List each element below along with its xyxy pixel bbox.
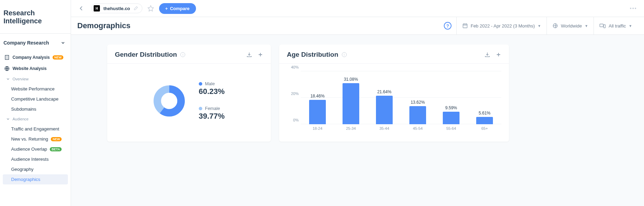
domain-selector[interactable]: H thehustle.co — [91, 3, 142, 13]
nav-label: Geography — [11, 167, 33, 172]
subgroup-overview[interactable]: Overview — [0, 74, 71, 84]
button-label: Compare — [170, 6, 189, 11]
sidebar-item-audience-overlap[interactable]: Audience OverlapBETA — [0, 144, 71, 154]
nav-label: Website Analysis — [13, 66, 47, 71]
nav-label: Traffic and Engagement — [11, 126, 59, 132]
more-menu-button[interactable]: ••• — [628, 4, 638, 13]
bar — [309, 100, 326, 124]
traffic-filter[interactable]: All traffic ▼ — [594, 17, 638, 34]
sidebar-item-audience-interests[interactable]: Audience Interests — [0, 154, 71, 164]
filter-label: All traffic — [608, 23, 626, 29]
bar-value-label: 18.46% — [311, 94, 325, 98]
topbar: H thehustle.co + Compare ••• — [71, 0, 644, 17]
bar-value-label: 5.61% — [479, 111, 490, 116]
page-header: Demographics ? Feb 2022 - Apr 2022 (3 Mo… — [71, 17, 644, 35]
x-tick: 25-34 — [340, 126, 361, 130]
region-filter[interactable]: Worldwide ▼ — [547, 17, 594, 34]
back-button[interactable] — [77, 3, 86, 13]
card-header: Gender Distribution i — [107, 45, 271, 64]
badge-new: NEW — [53, 55, 63, 60]
gender-chart: Male 60.23% Female 39.77% — [107, 64, 271, 142]
add-button[interactable] — [496, 52, 501, 57]
sidebar-item-geography[interactable]: Geography — [0, 164, 71, 174]
x-tick: 18-24 — [307, 126, 328, 130]
devices-icon — [599, 23, 606, 29]
favorite-button[interactable] — [147, 5, 154, 12]
nav-label: Company Analysis — [13, 55, 50, 60]
sidebar-item-website-analysis[interactable]: Website Analysis — [0, 63, 71, 74]
section-company-research[interactable]: Company Research — [0, 34, 71, 52]
main-area: H thehustle.co + Compare ••• Demographic… — [71, 0, 644, 206]
y-tick: 0% — [293, 118, 299, 122]
chevron-down-icon — [6, 77, 10, 81]
bar — [476, 117, 493, 124]
legend-row-male: Male 60.23% — [199, 81, 225, 96]
sidebar-item-subdomains[interactable]: Subdomains — [0, 104, 71, 114]
info-icon[interactable]: i — [180, 52, 185, 57]
age-distribution-card: Age Distribution i — [279, 45, 509, 142]
svg-rect-4 — [600, 24, 603, 27]
help-button[interactable]: ? — [444, 22, 451, 30]
card-title: Age Distribution — [287, 51, 338, 58]
nav-label: New vs. Returning — [11, 136, 48, 142]
legend-row-female: Female 39.77% — [199, 106, 225, 121]
bar-column: 13.62% — [407, 100, 428, 124]
add-button[interactable] — [258, 52, 263, 57]
x-tick: 65+ — [474, 126, 495, 130]
sidebar-item-demographics[interactable]: Demographics — [3, 174, 68, 184]
subgroup-audience[interactable]: Audience — [0, 114, 71, 124]
globe-icon — [4, 66, 10, 71]
svg-rect-2 — [463, 24, 467, 28]
nav-label: Subdomains — [11, 106, 36, 112]
badge-beta: BETA — [50, 147, 62, 151]
legend-dot — [199, 82, 202, 86]
legend-label: Male — [205, 81, 215, 86]
nav-label: Demographics — [11, 177, 40, 182]
legend-value: 39.77% — [199, 112, 225, 121]
bar-value-label: 9.59% — [445, 105, 457, 110]
edit-icon[interactable] — [134, 6, 138, 10]
filter-label: Worldwide — [561, 23, 582, 29]
download-button[interactable] — [246, 52, 252, 57]
bar-value-label: 31.08% — [344, 77, 358, 82]
sidebar-item-new-returning[interactable]: New vs. ReturningNEW — [0, 134, 71, 144]
chevron-down-icon: ▼ — [585, 24, 588, 28]
bar-column: 5.61% — [474, 111, 495, 124]
bar — [409, 106, 426, 124]
x-tick: 35-44 — [374, 126, 395, 130]
bar-column: 21.64% — [374, 89, 395, 124]
age-chart: 0% 20% 40% 18.46%31.08%21.64%13.62%9.59%… — [279, 64, 509, 130]
section-label: Company Research — [3, 40, 49, 46]
nav-label: Audience Overlap — [11, 146, 47, 152]
bar — [376, 96, 393, 124]
bar-column: 31.08% — [340, 77, 361, 124]
nav-label: Website Performance — [11, 86, 55, 92]
sidebar-item-website-performance[interactable]: Website Performance — [0, 84, 71, 94]
globe-icon — [552, 23, 558, 29]
card-title: Gender Distribution — [115, 51, 177, 58]
subgroup-label: Overview — [13, 77, 29, 81]
bar — [343, 83, 359, 124]
chevron-down-icon — [60, 40, 66, 46]
y-tick: 20% — [291, 92, 299, 96]
nav-label: Competitive Landscape — [11, 96, 58, 102]
domain-text: thehustle.co — [103, 6, 130, 11]
sidebar-item-company-analysis[interactable]: Company Analysis NEW — [0, 52, 71, 63]
badge-new: NEW — [51, 137, 62, 141]
download-button[interactable] — [485, 52, 490, 57]
sidebar-item-traffic-engagement[interactable]: Traffic and Engagement — [0, 124, 71, 134]
y-axis: 0% 20% 40% — [287, 71, 301, 124]
date-range-filter[interactable]: Feb 2022 - Apr 2022 (3 Months) ▼ — [456, 17, 547, 34]
info-icon[interactable]: i — [342, 52, 347, 57]
sidebar: Research Intelligence Company Research C… — [0, 0, 71, 206]
svg-rect-5 — [604, 25, 605, 28]
sidebar-item-competitive-landscape[interactable]: Competitive Landscape — [0, 94, 71, 104]
bar — [443, 112, 460, 124]
x-axis: 18-2425-3435-4445-5455-6465+ — [301, 126, 501, 130]
cards-row: Gender Distribution i — [71, 35, 644, 151]
bar-column: 9.59% — [441, 105, 462, 124]
legend-value: 60.23% — [199, 87, 225, 96]
compare-button[interactable]: + Compare — [159, 3, 196, 14]
calendar-icon — [462, 23, 468, 29]
chevron-down-icon: ▼ — [537, 24, 541, 28]
